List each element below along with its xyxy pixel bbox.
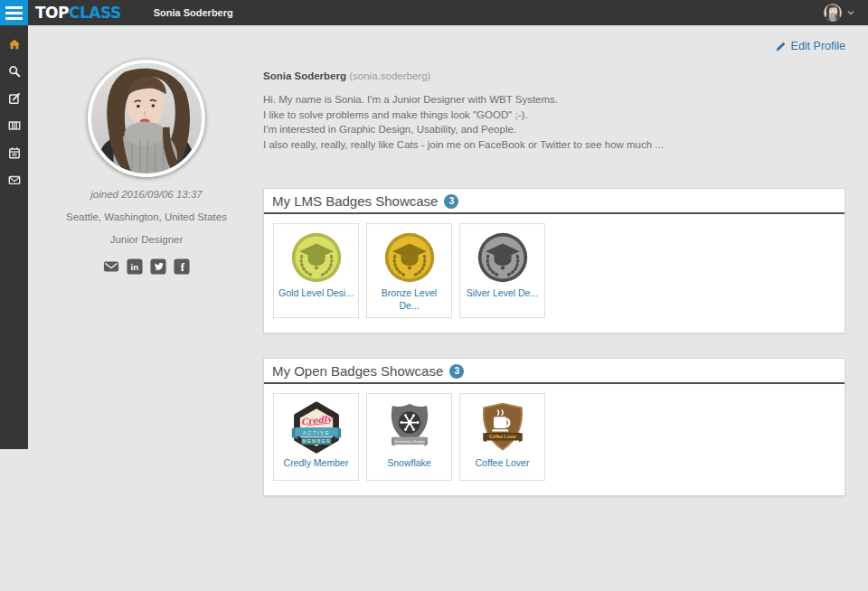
email-icon — [103, 258, 119, 275]
sidebar-item-edit[interactable] — [0, 87, 28, 114]
svg-text:in: in — [131, 262, 139, 272]
bio-section: Sonia Soderberg (sonia.soderberg) Hi. My… — [263, 70, 842, 152]
badge-icon — [383, 231, 436, 284]
badge-label: Bronze Level De... — [371, 287, 448, 312]
mail-icon — [8, 174, 21, 190]
badge-label: Credly Member — [284, 457, 349, 470]
facebook-icon: f — [174, 258, 190, 275]
badge-label: Snowflake — [387, 457, 430, 470]
bio-line: I'm interested in Graphic Design, Usabil… — [263, 122, 842, 137]
profile-photo — [88, 60, 205, 177]
profile-job-title: Junior Designer — [28, 234, 265, 245]
sidebar-item-catalog[interactable] — [0, 114, 28, 141]
badge-tile[interactable]: Credly ACTIVE MEMBER Credly Member — [273, 393, 359, 481]
badge-sections: My LMS Badges Showcase3 Gold Level Desi.… — [263, 188, 845, 496]
social-link-linkedin[interactable]: in — [127, 258, 143, 275]
section-title: My LMS Badges Showcase — [272, 193, 438, 209]
profile-location: Seattle, Washington, United States — [28, 211, 265, 222]
badge-label: Silver Level De... — [467, 287, 538, 300]
bio-name: Sonia Soderberg — [263, 70, 346, 81]
linkedin-icon: in — [127, 258, 143, 275]
profile-column: joined 2016/09/06 13:37 Seattle, Washing… — [28, 54, 265, 275]
sidebar — [0, 25, 28, 449]
svg-text:Coffee Lover: Coffee Lover — [489, 436, 516, 440]
social-link-email[interactable] — [103, 258, 119, 275]
badge-icon: Credly ACTIVE MEMBER — [290, 401, 343, 454]
badge-tiles: Credly ACTIVE MEMBER Credly Member Snowf… — [264, 384, 844, 481]
section-header: My Open Badges Showcase3 — [264, 359, 844, 384]
badge-tiles: Gold Level Desi... Bronze Level De... Si… — [264, 214, 844, 318]
badge-tile[interactable]: Snowflake Badge Snowflake — [366, 393, 452, 481]
social-links: inf — [28, 258, 265, 275]
badge-tile[interactable]: Coffee Lover Coffee Lover — [459, 393, 545, 481]
cards-icon — [8, 119, 21, 136]
svg-text:Snowflake Badge: Snowflake Badge — [394, 439, 425, 444]
social-link-facebook[interactable]: f — [174, 258, 190, 275]
chevron-down-icon — [846, 8, 855, 17]
edit-profile-link[interactable]: Edit Profile — [775, 40, 845, 52]
badge-icon: Snowflake Badge — [383, 401, 436, 454]
badge-icon — [476, 231, 529, 284]
badge-icon: Coffee Lover — [476, 401, 529, 454]
bio-line: I like to solve problems and make things… — [263, 108, 842, 123]
topclass-logo: TOPCLASS — [35, 4, 121, 22]
logo-top: TOP — [35, 4, 69, 22]
social-link-twitter[interactable] — [150, 258, 166, 275]
badge-icon — [290, 231, 343, 284]
pencil-icon — [775, 41, 787, 52]
user-avatar — [824, 4, 842, 22]
badge-label: Gold Level Desi... — [278, 287, 354, 300]
twitter-icon — [150, 258, 166, 275]
sidebar-item-home[interactable] — [0, 33, 28, 60]
badge-count: 3 — [449, 364, 464, 379]
search-icon — [8, 65, 21, 81]
svg-text:MEMBER: MEMBER — [302, 439, 331, 445]
sidebar-item-search[interactable] — [0, 60, 28, 87]
badge-label: Coffee Lover — [476, 457, 530, 470]
user-menu[interactable] — [824, 4, 855, 22]
badge-tile[interactable]: Bronze Level De... — [366, 223, 452, 318]
top-bar: TOPCLASS Sonia Soderberg — [0, 0, 868, 25]
badges-section: My LMS Badges Showcase3 Gold Level Desi.… — [263, 188, 845, 333]
bio-line: I also really, really, really like Cats … — [263, 137, 842, 153]
logo-class: CLASS — [69, 4, 121, 22]
sidebar-item-calendar[interactable] — [0, 141, 28, 168]
svg-text:ACTIVE: ACTIVE — [302, 430, 329, 436]
joined-date: joined 2016/09/06 13:37 — [28, 189, 265, 200]
edit-icon — [8, 92, 21, 108]
bio-name-row: Sonia Soderberg (sonia.soderberg) — [263, 70, 842, 81]
badge-tile[interactable]: Silver Level De... — [459, 223, 545, 318]
bio-line: Hi. My name is Sonia. I'm a Junior Desig… — [263, 92, 842, 108]
section-header: My LMS Badges Showcase3 — [264, 189, 844, 214]
badge-tile[interactable]: Gold Level Desi... — [273, 223, 359, 318]
section-title: My Open Badges Showcase — [272, 363, 443, 379]
sidebar-item-mail[interactable] — [0, 168, 28, 195]
edit-profile-label: Edit Profile — [791, 40, 845, 52]
badge-count: 3 — [444, 194, 458, 209]
home-icon — [8, 38, 21, 54]
bio-username: (sonia.soderberg) — [349, 70, 430, 81]
bio-text: Hi. My name is Sonia. I'm a Junior Desig… — [263, 92, 842, 152]
badges-section: My Open Badges Showcase3 Credly ACTIVE M… — [263, 358, 845, 496]
page-title: Sonia Soderberg — [154, 7, 233, 18]
calendar-icon — [8, 146, 21, 163]
menu-button[interactable] — [0, 0, 28, 25]
